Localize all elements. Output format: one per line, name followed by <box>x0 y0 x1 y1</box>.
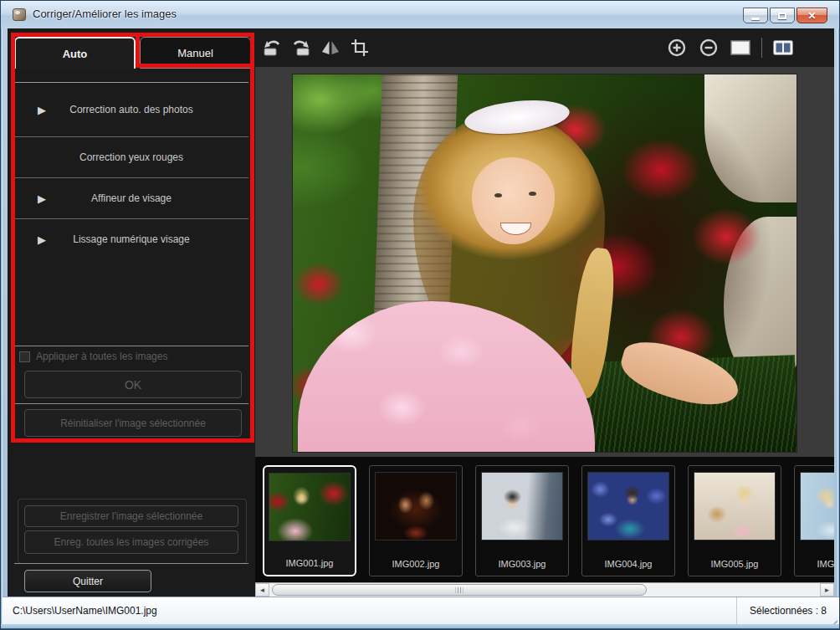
preview-area <box>255 67 834 457</box>
zoom-tools <box>666 28 794 67</box>
correction-list: ▶ Correction auto. des photos Correction… <box>14 82 248 259</box>
apply-all-label: Appliquer à toutes les images <box>36 351 167 362</box>
app-icon <box>13 8 26 21</box>
apply-all-checkbox[interactable] <box>19 351 30 362</box>
correction-item-auto-photo[interactable]: ▶ Correction auto. des photos <box>14 83 248 137</box>
window-bottom-frame <box>1 624 840 630</box>
zoom-out-button[interactable] <box>698 38 720 58</box>
flip-horizontal-icon <box>320 38 341 58</box>
play-arrow-icon: ▶ <box>38 104 46 116</box>
crop-icon <box>350 38 370 58</box>
correction-item-label: Lissage numérique visage <box>73 233 189 245</box>
thumbnail-scrollbar[interactable]: ◄ ► <box>255 582 834 597</box>
scroll-left-arrow[interactable]: ◄ <box>255 583 269 597</box>
save-all-corrected-images-button[interactable]: Enreg. toutes les images corrigées <box>24 530 238 554</box>
correction-item-label: Correction yeux rouges <box>79 151 183 163</box>
thumbnail-filename: IMG003.jpg <box>476 559 568 569</box>
scrollbar-thumb[interactable] <box>272 584 647 596</box>
status-file-path: C:\Users\UserName\IMG001.jpg <box>3 605 736 617</box>
thumbnail-image <box>694 472 776 540</box>
rotate-left-button[interactable] <box>261 38 283 58</box>
tab-manuel[interactable]: Manuel <box>140 37 251 69</box>
scroll-right-arrow[interactable]: ► <box>820 583 834 597</box>
status-selected-count: Sélectionnées : 8 <box>736 597 839 624</box>
correction-item-digital-smoothing[interactable]: ▶ Lissage numérique visage <box>14 219 248 259</box>
tab-auto[interactable]: Auto <box>14 37 136 69</box>
maximize-icon <box>778 13 786 19</box>
separator <box>14 403 248 404</box>
thumbnail-filename: IMG001.jpg <box>264 558 355 568</box>
window-title: Corriger/Améliorer les images <box>33 8 177 20</box>
image-toolbar <box>255 28 834 67</box>
thumbnail-img004[interactable]: IMG004.jpg <box>581 465 675 576</box>
minimize-button[interactable] <box>743 8 768 23</box>
thumbnail-filename: IMG004.jpg <box>582 559 674 569</box>
minimize-icon <box>751 18 760 20</box>
correction-item-label: Correction auto. des photos <box>69 104 192 115</box>
window-controls: ✕ <box>741 8 827 23</box>
thumbnail-strip: IMG001.jpg IMG002.jpg IMG003.jpg IMG004.… <box>255 457 834 582</box>
titlebar: Corriger/Améliorer les images ✕ <box>1 1 840 28</box>
thumbnail-image <box>800 472 834 540</box>
thumbnail-filename: IMG005.jpg <box>689 559 781 569</box>
preview-photo <box>292 74 797 453</box>
close-icon: ✕ <box>807 11 816 21</box>
thumbnail-img005[interactable]: IMG005.jpg <box>688 465 781 576</box>
zoom-in-icon <box>667 38 687 58</box>
fit-window-icon <box>730 38 751 58</box>
apply-all-row: Appliquer à toutes les images <box>19 351 167 362</box>
toolbar-divider <box>761 38 762 58</box>
correction-item-label: Affineur de visage <box>91 192 172 204</box>
thumbnail-image <box>587 472 669 540</box>
thumbnail-filename: IMG006.jpg <box>795 559 834 569</box>
thumbnail-image <box>269 473 351 541</box>
separator <box>14 346 248 346</box>
close-button[interactable]: ✕ <box>796 8 827 23</box>
separator <box>14 563 248 564</box>
thumbnail-img001[interactable]: IMG001.jpg <box>263 465 356 576</box>
quit-button[interactable]: Quitter <box>24 570 151 592</box>
play-arrow-icon: ▶ <box>38 233 46 246</box>
app-window: Corriger/Améliorer les images ✕ Auto Man… <box>0 0 840 630</box>
rotate-right-icon <box>290 38 312 58</box>
save-selected-image-button[interactable]: Enregistrer l'image sélectionnée <box>24 505 238 527</box>
rotate-left-icon <box>261 38 283 58</box>
correction-item-face-sharpener[interactable]: ▶ Affineur de visage <box>14 178 248 219</box>
compare-view-icon <box>772 38 794 58</box>
preview-pane: IMG001.jpg IMG002.jpg IMG003.jpg IMG004.… <box>255 28 834 597</box>
thumbnail-image <box>375 472 457 540</box>
thumbnail-image <box>481 472 563 540</box>
play-arrow-icon: ▶ <box>38 192 46 205</box>
thumbnail-filename: IMG002.jpg <box>370 559 462 569</box>
compare-view-button[interactable] <box>772 38 794 58</box>
ok-button[interactable]: OK <box>24 371 242 398</box>
statusbar: C:\Users\UserName\IMG001.jpg Sélectionné… <box>3 597 839 624</box>
correction-sidebar: Auto Manuel ▶ Correction auto. des photo… <box>8 28 255 597</box>
flip-horizontal-button[interactable] <box>320 38 341 58</box>
zoom-out-icon <box>699 38 719 58</box>
thumbnail-img002[interactable]: IMG002.jpg <box>369 465 463 576</box>
thumbnail-img006[interactable]: IMG006.jpg <box>794 465 834 576</box>
correction-item-red-eye[interactable]: Correction yeux rouges <box>14 137 248 178</box>
fit-window-button[interactable] <box>730 38 751 58</box>
edit-tools <box>261 38 371 58</box>
reset-selected-image-button[interactable]: Réinitialiser l'image sélectionnée <box>24 409 242 437</box>
maximize-button[interactable] <box>770 8 795 23</box>
rotate-right-button[interactable] <box>290 38 312 58</box>
photo-girl-eye <box>494 193 502 197</box>
thumbnail-img003[interactable]: IMG003.jpg <box>475 465 569 576</box>
zoom-in-button[interactable] <box>666 38 688 58</box>
crop-button[interactable] <box>349 38 371 58</box>
photo-girl-eye <box>529 192 536 196</box>
